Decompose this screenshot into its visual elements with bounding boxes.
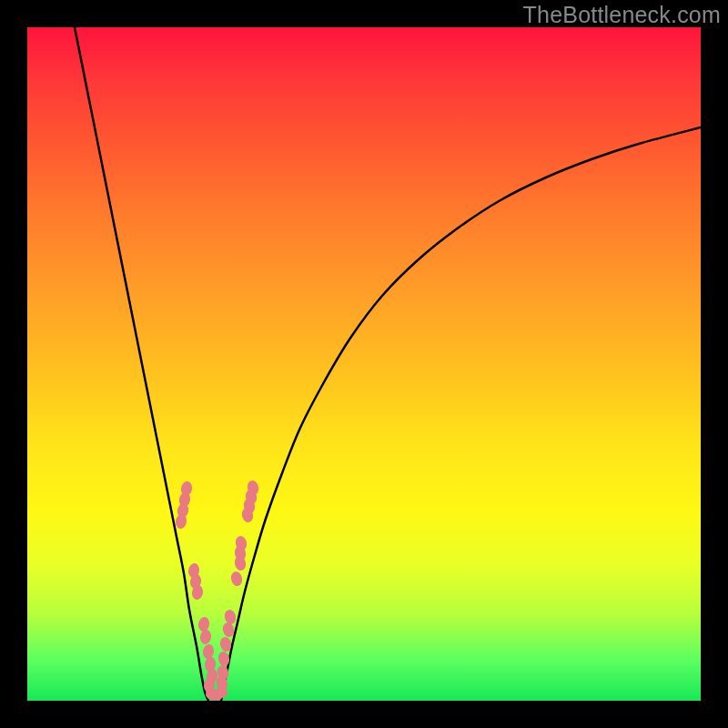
curve-svg xyxy=(27,27,701,701)
bead xyxy=(229,571,243,587)
bead xyxy=(221,622,235,638)
curve-left xyxy=(75,27,208,701)
plot-area xyxy=(27,27,701,701)
bead xyxy=(202,643,216,660)
bead xyxy=(199,629,213,645)
curve-right xyxy=(221,127,701,701)
bead xyxy=(223,609,237,625)
watermark: TheBottleneck.com xyxy=(523,2,721,28)
bead xyxy=(197,616,211,632)
bead xyxy=(215,687,228,698)
